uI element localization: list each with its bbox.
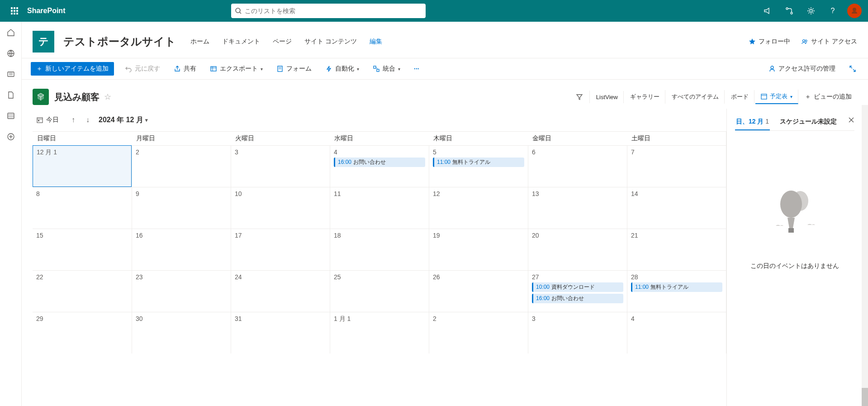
megaphone-button[interactable] <box>758 0 778 22</box>
svg-point-0 <box>236 8 240 13</box>
svg-line-1 <box>240 12 241 14</box>
megaphone-icon <box>763 6 772 15</box>
suite-right: ? <box>758 0 864 22</box>
search-input[interactable] <box>245 7 422 14</box>
svg-text:?: ? <box>831 7 835 14</box>
suite-nav: SharePoint ? <box>0 0 868 22</box>
svg-point-4 <box>810 10 812 12</box>
user-avatar[interactable] <box>847 4 862 18</box>
svg-point-3 <box>791 12 792 14</box>
svg-point-2 <box>786 8 788 10</box>
help-icon: ? <box>828 6 837 15</box>
search-icon <box>235 7 242 14</box>
flow-icon <box>785 6 794 15</box>
search-box[interactable] <box>231 4 426 18</box>
avatar-icon <box>849 5 860 16</box>
help-button[interactable]: ? <box>823 0 843 22</box>
suite-brand-label[interactable]: SharePoint <box>27 7 65 15</box>
app-launcher-button[interactable] <box>4 0 25 22</box>
svg-point-6 <box>853 8 856 11</box>
gear-icon <box>806 6 816 15</box>
waffle-icon <box>11 7 18 14</box>
flow-button[interactable] <box>779 0 799 22</box>
settings-button[interactable] <box>801 0 821 22</box>
